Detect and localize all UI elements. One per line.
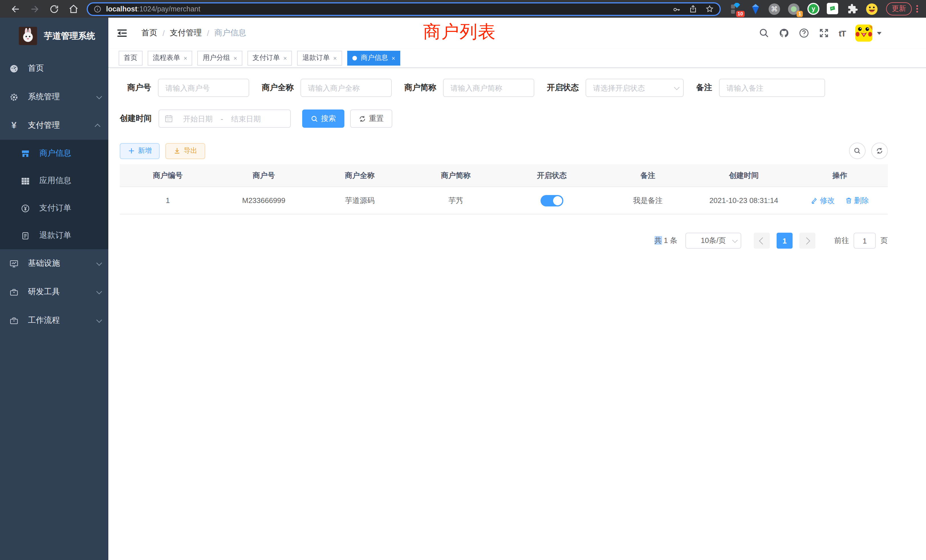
- cell-remark: 我是备注: [600, 195, 696, 206]
- date-range-picker[interactable]: -: [159, 109, 291, 128]
- close-icon[interactable]: ×: [333, 54, 337, 61]
- emoji-profile-icon[interactable]: [865, 3, 878, 15]
- sidebar-item-infrastructure[interactable]: 基础设施: [0, 249, 108, 278]
- browser-menu-icon[interactable]: [916, 5, 918, 12]
- reset-button[interactable]: 重置: [350, 109, 392, 128]
- bookmark-star-icon[interactable]: [705, 5, 714, 13]
- breadcrumb-payment[interactable]: 支付管理: [170, 28, 202, 38]
- cell-full-name: 芋道源码: [312, 195, 408, 206]
- end-date-input[interactable]: [225, 114, 266, 123]
- search-button[interactable]: 搜索: [302, 109, 344, 128]
- col-short-name: 商户简称: [408, 170, 504, 180]
- browser-update-button[interactable]: 更新: [886, 2, 912, 15]
- tab-merchant-info[interactable]: 商户信息×: [347, 50, 401, 65]
- merchant-name-input[interactable]: [301, 79, 392, 97]
- sidebar-item-label: 系统管理: [28, 92, 96, 102]
- sidebar-item-merchant-info[interactable]: 商户信息: [0, 140, 108, 167]
- forward-icon[interactable]: [30, 4, 40, 14]
- command-extension-icon[interactable]: ⌘: [769, 3, 781, 15]
- extensions-puzzle-icon[interactable]: [846, 3, 859, 15]
- sidebar-item-refund-order[interactable]: 退款订单: [0, 222, 108, 249]
- tab-refund-order[interactable]: 退款订单×: [297, 50, 342, 65]
- tab-process-form[interactable]: 流程表单×: [148, 50, 192, 65]
- prev-page-button[interactable]: [754, 233, 770, 249]
- sidebar-item-payment[interactable]: ¥ 支付管理: [0, 111, 108, 140]
- fullscreen-icon[interactable]: [819, 28, 829, 38]
- col-actions: 操作: [792, 170, 888, 180]
- start-date-input[interactable]: [177, 114, 218, 123]
- chevron-down-icon: [732, 237, 738, 243]
- merchant-short-input[interactable]: [443, 79, 534, 97]
- github-icon[interactable]: [779, 28, 789, 38]
- status-select[interactable]: [586, 79, 684, 97]
- payment-submenu: 商户信息 应用信息 支付订单: [0, 140, 108, 249]
- goto-page-input[interactable]: [853, 233, 876, 249]
- url-bar[interactable]: localhost:1024/pay/merchant: [87, 2, 721, 16]
- col-merchant-no: 商户号: [216, 170, 312, 180]
- url-text: localhost:1024/pay/merchant: [106, 5, 200, 13]
- tags-view-bar: 首页 流程表单× 用户分组× 支付订单× 退款订单× 商户信息×: [108, 48, 926, 68]
- info-icon[interactable]: [94, 5, 101, 13]
- show-search-toggle-button[interactable]: [849, 142, 865, 159]
- app-logo[interactable]: 芋道管理系统: [0, 18, 108, 54]
- back-icon[interactable]: [10, 4, 21, 14]
- merchant-no-input[interactable]: [158, 79, 249, 97]
- sidebar-item-home[interactable]: 首页: [0, 54, 108, 83]
- breadcrumb-current: 商户信息: [214, 28, 246, 38]
- search-icon[interactable]: [759, 28, 769, 38]
- sidebar-item-pay-order[interactable]: 支付订单: [0, 194, 108, 222]
- navbar-actions: tT: [749, 24, 882, 42]
- breadcrumb-home[interactable]: 首页: [141, 28, 157, 38]
- tab-user-group[interactable]: 用户分组×: [198, 50, 242, 65]
- add-button[interactable]: 新增: [120, 143, 160, 159]
- chevron-down-icon: [96, 260, 102, 265]
- tab-home[interactable]: 首页: [119, 50, 142, 65]
- next-page-button[interactable]: [799, 233, 816, 249]
- tab-pay-order[interactable]: 支付订单×: [247, 50, 292, 65]
- gem-extension-icon[interactable]: [749, 3, 762, 15]
- table-header: 商户编号 商户号 商户全称 商户简称 开启状态 备注 创建时间 操作: [120, 164, 888, 187]
- avatar[interactable]: [855, 24, 872, 42]
- main-area: 商户列表 首页 / 支付管理 / 商户信息: [108, 18, 926, 560]
- proxy-extension-icon[interactable]: 10: [730, 3, 742, 15]
- recorder-extension-icon[interactable]: 1: [788, 3, 800, 15]
- merchant-name-label: 商户全称: [262, 83, 294, 93]
- sidebar-item-system[interactable]: 系统管理: [0, 83, 108, 111]
- chat-extension-icon[interactable]: [827, 3, 839, 15]
- yuque-extension-icon[interactable]: y: [807, 3, 820, 15]
- reload-icon[interactable]: [49, 4, 59, 14]
- close-icon[interactable]: ×: [184, 54, 187, 61]
- edit-link[interactable]: 修改: [811, 195, 835, 206]
- page-unit-label: 页: [881, 236, 888, 246]
- gear-icon: [10, 93, 18, 101]
- sidebar-item-workflow[interactable]: 工作流程: [0, 306, 108, 335]
- sidebar: 芋道管理系统 首页 系统管理 ¥ 支付管理: [0, 18, 108, 560]
- password-key-icon[interactable]: [672, 5, 681, 13]
- sidebar-item-dev-tools[interactable]: 研发工具: [0, 278, 108, 306]
- close-icon[interactable]: ×: [283, 54, 287, 61]
- sidebar-item-label: 支付订单: [39, 203, 100, 213]
- remark-input[interactable]: [719, 79, 825, 97]
- toolbox-icon: [10, 288, 18, 296]
- sidebar-item-app-info[interactable]: 应用信息: [0, 167, 108, 194]
- close-icon[interactable]: ×: [392, 54, 395, 61]
- navbar: 首页 / 支付管理 / 商户信息: [108, 18, 926, 48]
- refresh-table-button[interactable]: [871, 142, 888, 159]
- browser-toolbar: localhost:1024/pay/merchant 10 ⌘: [0, 0, 926, 18]
- sidebar-item-label: 首页: [28, 63, 100, 74]
- status-toggle[interactable]: [540, 195, 563, 206]
- help-icon[interactable]: [799, 28, 809, 38]
- sidebar-fold-icon[interactable]: [117, 28, 127, 38]
- font-size-icon[interactable]: tT: [839, 28, 846, 38]
- close-icon[interactable]: ×: [233, 54, 237, 61]
- page-size-select[interactable]: 10条/页: [685, 233, 741, 249]
- export-button[interactable]: 导出: [165, 143, 205, 159]
- page-number-1[interactable]: 1: [776, 233, 793, 249]
- delete-link[interactable]: 删除: [845, 195, 869, 206]
- document-icon: [21, 231, 30, 240]
- home-icon[interactable]: [68, 4, 79, 14]
- yen-icon: ¥: [10, 120, 18, 130]
- avatar-dropdown-caret[interactable]: [877, 32, 882, 37]
- annotation-title: 商户列表: [423, 20, 496, 44]
- share-icon[interactable]: [689, 5, 698, 13]
